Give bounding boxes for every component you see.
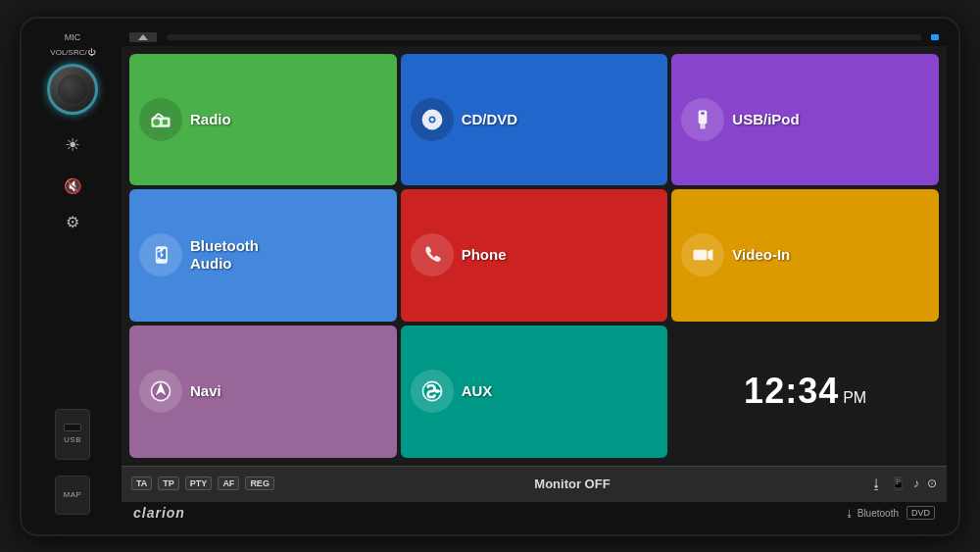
radio-label: Radio [190,111,231,128]
tp-button[interactable]: TP [158,477,179,490]
svg-rect-4 [163,120,168,125]
settings-icon[interactable]: ⚙ [66,213,79,231]
reg-button[interactable]: REG [245,477,274,490]
vol-label: VOL/SRC/⏻ [50,48,94,58]
main-screen: Radio CD/DVD [122,28,947,525]
knob-inner [58,75,87,104]
bluetooth-status-icon: ⭳ [870,477,883,491]
top-bar [122,28,947,46]
usb-icon [690,107,715,132]
bluetooth-label: Bluetooth Audio [190,237,259,273]
radio-icon [148,107,173,132]
main-grid-area: Radio CD/DVD [122,46,947,501]
svg-rect-10 [702,112,705,115]
brand-bar: clarion ⭳ Bluetooth DVD [122,501,947,525]
usb-port [64,424,81,431]
phone-label: Phone [462,246,507,264]
phone-icon-circle [411,233,454,276]
svg-line-3 [158,114,163,117]
aux-cell[interactable]: AUX [401,326,668,458]
svg-rect-1 [153,119,160,125]
volume-knob[interactable] [47,64,98,115]
usb-cell[interactable]: USB/iPod [671,54,939,186]
clock-display: 12:34 PM [744,371,866,412]
bluetooth-badge: ⭳ Bluetooth [845,508,899,519]
navi-label: Navi [190,382,221,400]
eject-button[interactable] [129,32,157,42]
car-stereo-unit: MIC VOL/SRC/⏻ ☀ 🔇 ⚙ USB MAP [20,17,960,536]
video-cell[interactable]: Video-In [671,189,939,322]
bluetooth-icon [148,242,173,268]
aux-label: AUX [462,382,493,400]
af-button[interactable]: AF [218,477,239,490]
phone-icon [419,242,445,268]
navigation-icon [148,378,173,404]
eject-triangle-icon [138,34,148,40]
clock-cell: 12:34 PM [671,326,939,458]
cddvd-label: CD/DVD [462,111,518,128]
cddvd-cell[interactable]: CD/DVD [401,54,668,186]
svg-marker-16 [709,249,713,261]
mute-icon[interactable]: 🔇 [64,177,82,195]
pty-button[interactable]: PTY [185,477,213,490]
video-icon-circle [681,233,724,276]
bluetooth-badge-text: Bluetooth [858,508,899,519]
usb-slot[interactable]: USB [55,409,90,460]
bluetooth-badge-icon: ⭳ [845,508,855,519]
bluetooth-icon-circle [139,233,182,276]
radio-cell[interactable]: Radio [129,54,397,186]
svg-rect-15 [694,250,708,260]
map-slot[interactable]: MAP [55,476,90,515]
ta-button[interactable]: TA [131,477,152,490]
svg-point-7 [430,118,433,121]
aux-icon-circle [411,370,454,413]
brightness-icon: ☀ [65,134,80,156]
phone-status-icon: 📱 [891,477,906,490]
clock-time: 12:34 [744,371,839,412]
usb-icon-circle [681,98,724,141]
left-panel: MIC VOL/SRC/⏻ ☀ 🔇 ⚙ USB MAP [33,28,112,525]
phone-cell[interactable]: Phone [401,189,668,322]
navi-cell[interactable]: Navi [129,326,397,458]
clock-ampm: PM [843,389,866,407]
disc-status-icon: ⊙ [927,477,937,490]
video-label: Video-In [732,246,790,264]
camera-icon [690,242,715,268]
status-bar: TA TP PTY AF REG Monitor OFF ⭳ 📱 ♪ ⊙ [122,466,947,501]
map-label: MAP [64,490,82,499]
brand-badges: ⭳ Bluetooth DVD [845,506,935,520]
dvd-badge: DVD [906,506,935,520]
svg-rect-23 [438,390,441,392]
cddvd-icon-circle [411,98,454,141]
svg-rect-9 [701,122,706,128]
aux-icon [419,378,445,404]
navi-icon-circle [139,370,182,413]
usb-label-cell: USB/iPod [732,111,799,128]
app-grid: Radio CD/DVD [122,46,947,466]
disc-icon [419,107,445,132]
status-icons: ⭳ 📱 ♪ ⊙ [870,477,937,491]
monitor-off-label[interactable]: Monitor OFF [280,477,864,491]
bluetooth-cell[interactable]: Bluetooth Audio [129,189,397,322]
brand-name: clarion [133,505,185,521]
led-indicator [931,34,939,40]
usb-label: USB [64,435,81,444]
music-status-icon: ♪ [913,477,919,490]
disc-slot [167,34,921,40]
mic-label: MIC [65,32,81,42]
radio-icon-circle [139,98,182,141]
